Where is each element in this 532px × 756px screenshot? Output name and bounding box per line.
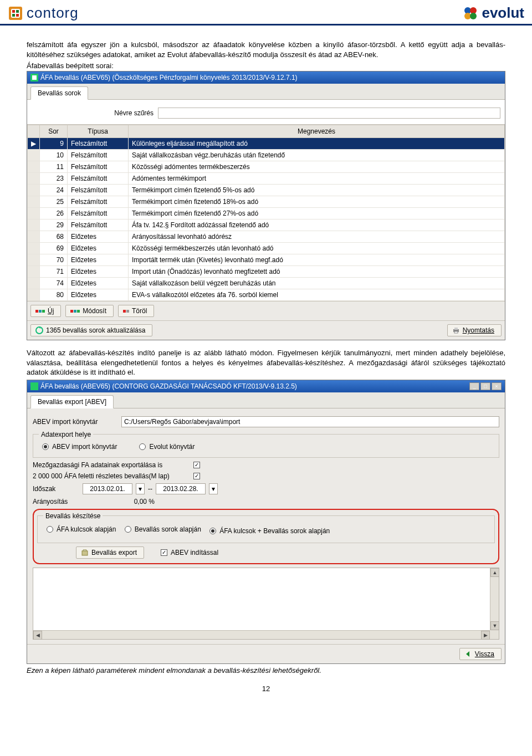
cell-tipus: Felszámított (68, 185, 129, 196)
cell-tipus: Felszámított (68, 208, 129, 219)
window1-titlebar: ÁFA bevallás (ABEV65) (Összköltséges Pén… (27, 71, 505, 84)
cell-sor: 68 (40, 231, 68, 243)
cell-megnevezes: Közösségi adómentes termékbeszerzés (129, 161, 505, 173)
minimize-icon[interactable]: _ (469, 382, 479, 390)
table-row[interactable]: 70ElőzetesImportált termék után (Kivetés… (28, 254, 505, 266)
table-row[interactable]: 24FelszámítottTermékimport címén fizeten… (28, 185, 505, 196)
date-from[interactable]: 2013.02.01. (83, 483, 132, 494)
row-handle[interactable] (28, 173, 40, 185)
svg-rect-2 (12, 10, 15, 13)
print-button[interactable]: Nyomtatás (447, 324, 502, 336)
maximize-icon[interactable]: □ (480, 382, 490, 390)
idoszak-label: Időszak (33, 485, 77, 493)
cell-sor: 25 (40, 196, 68, 208)
row-handle[interactable] (28, 219, 40, 231)
row-handle[interactable] (28, 231, 40, 243)
radio-abev-import[interactable]: ABEV import könyvtár (42, 443, 117, 451)
cell-tipus: Előzetes (68, 289, 129, 301)
col-sor[interactable]: Sor (40, 125, 68, 138)
window-bevallas-export: ÁFA bevallás (ABEV65) (CONTORG GAZDASÁGI… (27, 380, 505, 664)
doc-header: contorg evolut (0, 0, 532, 25)
cell-tipus: Előzetes (68, 254, 129, 266)
radio-afa-kulcsok[interactable]: ÁFA kulcsok alapján (43, 523, 119, 535)
date-to-drop[interactable]: ▾ (209, 483, 218, 494)
col-megnevezes[interactable]: Megnevezés (129, 125, 505, 138)
aranyositas-value: 0,00 % (83, 498, 155, 505)
table-row[interactable]: ▶9FelszámítottKülönleges eljárással megá… (28, 138, 505, 150)
scroll-down-icon[interactable]: ▼ (490, 621, 499, 630)
table-row[interactable]: 11FelszámítottKözösségi adómentes termék… (28, 161, 505, 173)
svg-rect-3 (16, 10, 19, 13)
row-handle[interactable] (28, 185, 40, 196)
radio-evolut-konyvtar[interactable]: Evolut könyvtár (139, 443, 195, 451)
radio-bevallas-sorok[interactable]: Bevallás sorok alapján (121, 523, 204, 535)
closing-line: Ezen a képen látható paraméterek mindent… (27, 666, 505, 675)
row-handle[interactable] (28, 266, 40, 278)
bevallas-table: Sor Típusa Megnevezés ▶9FelszámítottKülö… (27, 125, 505, 301)
table-row[interactable]: 26FelszámítottTermékimport címén fizeten… (28, 208, 505, 219)
row-handle[interactable] (28, 150, 40, 161)
check-2m[interactable]: ✓ (193, 473, 200, 479)
svg-rect-14 (454, 328, 458, 330)
scroll-up-icon[interactable]: ▲ (490, 568, 499, 577)
cell-tipus: Felszámított (68, 196, 129, 208)
cell-tipus: Felszámított (68, 138, 129, 150)
tab-bevallas-export[interactable]: Bevallás export [ABEV] (30, 395, 114, 408)
row-handle[interactable] (28, 208, 40, 219)
check-abev-inditas[interactable]: ✓ ABEV indítással (161, 549, 218, 556)
cell-sor: 71 (40, 266, 68, 278)
row-handle[interactable] (28, 289, 40, 301)
new-button[interactable]: Új (30, 305, 61, 317)
date-from-drop[interactable]: ▾ (136, 483, 145, 494)
date-to[interactable]: 2013.02.28. (156, 483, 206, 494)
tab-bevallas-sorok[interactable]: Bevallás sorok (30, 86, 88, 100)
cell-sor: 26 (40, 208, 68, 219)
table-row[interactable]: 25FelszámítottTermékimport címén fizeten… (28, 196, 505, 208)
path-input[interactable]: C:/Users/Regős Gábor/abevjava\import (121, 416, 499, 427)
svg-point-9 (470, 13, 477, 19)
row-handle[interactable] (28, 161, 40, 173)
close-icon[interactable]: × (492, 382, 502, 390)
cell-sor: 69 (40, 243, 68, 254)
scroll-right-icon[interactable]: ▶ (481, 631, 490, 640)
cell-megnevezes: Import után (Önadózás) levonható megfize… (129, 266, 505, 278)
row-handle[interactable] (28, 243, 40, 254)
logo-evolut-text: evolut (482, 4, 524, 22)
table-row[interactable]: 74ElőzetesSaját vállalkozáson belül végz… (28, 278, 505, 289)
export-button[interactable]: Bevallás export (76, 546, 144, 559)
filter-input[interactable] (158, 108, 500, 119)
edit-button[interactable]: Módosít (65, 305, 114, 317)
table-row[interactable]: 69ElőzetesKözösségi termékbeszerzés után… (28, 243, 505, 254)
row-handle[interactable] (28, 196, 40, 208)
window2-tabs: Bevallás export [ABEV] (27, 392, 505, 408)
row-handle[interactable]: ▶ (28, 138, 40, 150)
row-handle[interactable] (28, 254, 40, 266)
table-row[interactable]: 29FelszámítottÁfa tv. 142.§ Fordított ad… (28, 219, 505, 231)
plus-icon (35, 310, 45, 313)
aranyositas-label: Arányosítás (33, 498, 77, 505)
refresh-button[interactable]: 1365 bevallás sorok aktualizálása (30, 324, 152, 336)
cell-sor: 80 (40, 289, 68, 301)
page-number: 12 (27, 685, 505, 693)
delete-button[interactable]: Töröl (118, 305, 154, 317)
table-row[interactable]: 10FelszámítottSaját vállalkozásban végz.… (28, 150, 505, 161)
contorg-icon (8, 6, 23, 21)
row-handle[interactable] (28, 278, 40, 289)
cell-tipus: Előzetes (68, 243, 129, 254)
group-bevallas-keszitese: Bevallás készítése ÁFA kulcsok alapján B… (37, 512, 495, 543)
col-tipus[interactable]: Típusa (68, 125, 129, 138)
svg-rect-17 (82, 551, 88, 555)
cell-sor: 29 (40, 219, 68, 231)
scroll-left-icon[interactable]: ◀ (33, 631, 42, 640)
cell-megnevezes: Közösségi termékbeszerzés után levonható… (129, 243, 505, 254)
check-mezogazd[interactable]: ✓ (193, 462, 200, 468)
cell-sor: 74 (40, 278, 68, 289)
table-row[interactable]: 80ElőzetesEVA-s vállalkozótól előzetes á… (28, 289, 505, 301)
table-row[interactable]: 71ElőzetesImport után (Önadózás) levonha… (28, 266, 505, 278)
table-row[interactable]: 68ElőzetesArányosítással levonható adóré… (28, 231, 505, 243)
cell-tipus: Előzetes (68, 231, 129, 243)
table-row[interactable]: 23FelszámítottAdómentes termékimport (28, 173, 505, 185)
path-label: ABEV import könyvtár (33, 418, 116, 426)
radio-kulcsok-plus-sorok[interactable]: ÁFA kulcsok + Bevallás sorok alapján (206, 525, 333, 537)
back-button[interactable]: Vissza (459, 648, 502, 660)
